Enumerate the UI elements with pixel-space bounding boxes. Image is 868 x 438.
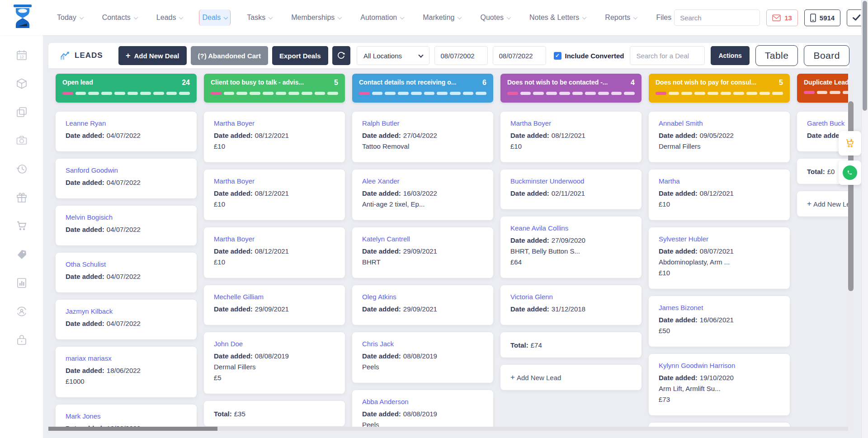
lead-name-link[interactable]: Melvin Bogisich [66,213,187,221]
gift-icon[interactable] [15,191,28,204]
window-scrollbar[interactable] [861,0,868,438]
lead-card[interactable]: Annabel SmithDate added:09/05/2022Dermal… [649,112,790,162]
app-logo[interactable] [12,4,33,32]
lead-card[interactable]: Mechelle GilliamDate added:29/09/2021 [204,285,345,325]
lead-card[interactable]: Victoria GlennDate added:31/12/2018 [500,285,642,325]
nav-item-deals[interactable]: Deals [199,9,231,26]
scrollbar-thumb[interactable] [863,1,867,111]
lead-name-link[interactable]: Annabel Smith [659,119,780,127]
board-horizontal-scrollbar[interactable] [48,427,848,431]
lead-name-link[interactable]: Mark Jones [66,412,187,420]
lead-name-link[interactable]: Martha Boyer [214,119,335,127]
lead-card[interactable]: Kylynn Goodwin HarrisonDate added:19/10/… [649,354,790,415]
lead-name-link[interactable]: Katelyn Cantrell [362,235,483,243]
report-icon[interactable] [15,277,28,289]
lead-name-link[interactable]: Victoria Glenn [510,293,632,301]
lead-card[interactable]: Chris JackDate added:08/08/2019Peels [352,332,493,383]
lead-name-link[interactable]: Martha Boyer [214,177,335,185]
lead-card[interactable]: mariax mariasxDate added:18/06/2022£1000 [56,347,197,397]
cart-icon[interactable] [15,220,28,232]
lead-name-link[interactable]: Chris Jack [362,340,483,348]
package-icon[interactable] [15,77,28,90]
lead-card[interactable]: Jazmyn KilbackDate added:04/07/2022 [56,300,197,339]
tag-icon[interactable] [15,248,28,261]
lead-name-link[interactable]: Martha Boyer [510,119,632,127]
lead-card[interactable]: Martha BoyerDate added:08/12/2021£10 [204,112,345,162]
lead-name-link[interactable]: Leanne Ryan [66,119,187,127]
board-view-button[interactable]: Board [804,45,849,66]
lead-name-link[interactable]: Mechelle Gilliam [214,293,335,301]
lead-card[interactable]: Abba AndersonDate added:08/08/2019Peels [352,390,493,431]
lead-card[interactable]: Ralph ButlerDate added:27/04/2022Tattoo … [352,112,493,162]
date-from-input[interactable] [434,46,488,65]
lead-name-link[interactable]: Sanford Goodwin [66,166,187,174]
lead-card[interactable]: Martha BoyerDate added:08/12/2021£10 [500,112,642,162]
scrollbar-thumb[interactable] [848,101,854,291]
nav-item-automation[interactable]: Automation [358,9,406,26]
nav-item-leads[interactable]: Leads [154,9,186,26]
nav-item-memberships[interactable]: Memberships [288,9,344,26]
lead-card[interactable]: Oleg AtkinsDate added:29/09/2021 [352,285,493,325]
lead-card[interactable]: MarthaDate added:08/12/2021£10 [649,170,790,220]
lead-name-link[interactable]: Otha Schulist [66,260,187,268]
lead-name-link[interactable]: Martha Boyer [214,235,335,243]
add-new-deal-button[interactable]: + Add New Deal [118,46,187,65]
export-deals-button[interactable]: Export Deals [272,46,328,65]
lock-icon[interactable] [15,334,28,346]
date-to-input[interactable] [493,46,546,65]
location-filter-select[interactable]: All Locations [357,46,429,65]
nav-item-contacts[interactable]: Contacts [99,9,140,26]
lead-card[interactable]: Martha BoyerDate added:08/12/2021£10 [204,227,345,278]
search-input[interactable] [675,14,760,22]
lead-card[interactable]: John DoeDate added:08/08/2019Dermal Fill… [204,332,345,394]
calls-badge[interactable]: 5914 [804,9,840,26]
column-header[interactable]: Does not wish to pay for consul...5 [649,74,790,103]
lead-card[interactable]: Katelyn CantrellDate added:29/09/2021BHR… [352,227,493,278]
nav-item-notes-letters[interactable]: Notes & Letters [527,9,589,26]
lead-name-link[interactable]: Oleg Atkins [362,293,483,301]
abandoned-cart-shortcut[interactable] [839,131,861,155]
add-new-lead-button[interactable]: +Add New Lead [797,191,848,217]
abandoned-cart-button[interactable]: (?) Abandoned Cart [191,46,268,65]
lead-name-link[interactable]: Gareth Buck [807,119,848,127]
lead-name-link[interactable]: Jazmyn Kilback [66,307,187,315]
lead-name-link[interactable]: Alee Xander [362,177,483,185]
lead-card[interactable]: Sanford GoodwinDate added:04/07/2022 [56,159,197,198]
lead-name-link[interactable]: Martha [659,177,780,185]
lead-card[interactable]: Melvin BogisichDate added:04/07/2022 [56,206,197,245]
account-icon[interactable] [15,305,28,318]
lead-name-link[interactable]: John Doe [214,340,335,348]
scrollbar-thumb[interactable] [48,427,217,431]
column-header[interactable]: Client too busy to talk - advis...5 [204,74,345,103]
add-new-lead-button[interactable]: +Add New Lead [500,365,642,390]
whatsapp-shortcut[interactable] [839,160,861,185]
lead-card[interactable]: Alee XanderDate added:16/03/2022Anti-age… [352,170,493,220]
lead-card[interactable]: Buckminster UnderwoodDate added:02/11/20… [500,170,642,209]
lead-card[interactable]: Martha BoyerDate added:08/12/2021£10 [204,170,345,220]
column-header[interactable]: Does not wish to be contacted -...4 [500,74,642,103]
messages-badge[interactable]: 13 [766,9,798,26]
table-view-button[interactable]: Table [755,45,798,66]
nav-item-tasks[interactable]: Tasks [244,9,275,26]
lead-name-link[interactable]: Keane Avila Collins [510,224,632,232]
include-converted-toggle[interactable]: ✓ Include Converted [554,52,624,60]
history-icon[interactable] [15,163,28,175]
camera-icon[interactable] [15,134,28,147]
column-header[interactable]: Open lead24 [56,74,197,103]
lead-name-link[interactable]: James Bizonet [659,304,780,311]
nav-item-marketing[interactable]: Marketing [420,9,464,26]
lead-card[interactable]: Keane Avila CollinsDate added:27/09/2020… [500,217,642,278]
lead-name-link[interactable]: Abba Anderson [362,398,483,405]
nav-item-today[interactable]: Today [54,9,86,26]
lead-card[interactable]: Sylvester HublerDate added:08/07/2021Abd… [649,227,790,289]
nav-item-quotes[interactable]: Quotes [477,9,513,26]
nav-item-reports[interactable]: Reports [602,9,640,26]
lead-name-link[interactable]: Sylvester Hubler [659,235,780,243]
lead-card[interactable]: Otha SchulistDate added:04/07/2022 [56,253,197,292]
lead-name-link[interactable]: Kylynn Goodwin Harrison [659,362,780,369]
column-header[interactable]: Contact details not receiving o...6 [352,74,493,103]
refresh-button[interactable] [332,46,350,65]
checkbox-checked-icon[interactable]: ✓ [554,52,561,60]
lead-name-link[interactable]: Buckminster Underwood [510,177,632,185]
column-header[interactable]: Duplicate Lead [797,74,848,103]
